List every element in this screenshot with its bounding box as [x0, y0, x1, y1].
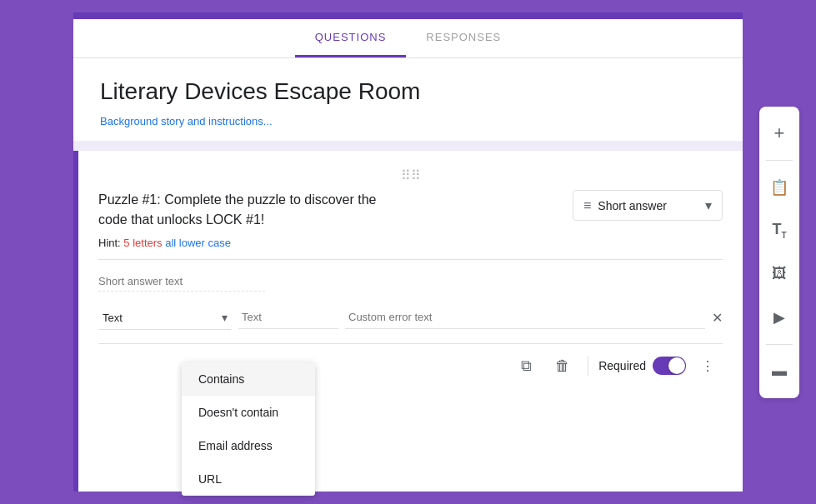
dropdown-item-email[interactable]: Email address — [182, 429, 315, 462]
main-container: QUESTIONS RESPONSES Literary Devices Esc… — [73, 12, 743, 492]
tab-responses[interactable]: RESPONSES — [406, 19, 521, 57]
delete-icon: 🗑 — [555, 357, 570, 375]
question-hint: Hint: 5 letters all lower case — [98, 237, 723, 260]
tab-questions[interactable]: QUESTIONS — [295, 19, 407, 57]
delete-button[interactable]: 🗑 — [548, 351, 578, 381]
add-icon: + — [774, 122, 785, 144]
description-link[interactable]: and instructions... — [188, 115, 273, 127]
video-button[interactable]: ▶ — [759, 297, 799, 337]
header-card: QUESTIONS RESPONSES Literary Devices Esc… — [73, 12, 743, 141]
copy-button[interactable]: ⧉ — [511, 351, 541, 381]
short-answer-icon: ≡ — [583, 198, 591, 213]
dropdown-menu: Contains Doesn't contain Email address U… — [182, 362, 315, 496]
validation-row: Text ▾ ✕ — [98, 305, 723, 330]
question-type-label: Short answer — [598, 199, 705, 212]
right-toolbar: + 📋 TT 🖼 ▶ ▬ — [759, 107, 799, 398]
tabs-bar: QUESTIONS RESPONSES — [73, 19, 743, 58]
dropdown-item-contains[interactable]: Contains — [182, 362, 315, 396]
required-label: Required — [598, 359, 646, 372]
import-button[interactable]: 📋 — [759, 167, 799, 207]
toolbar-divider-1 — [766, 160, 793, 161]
title-button[interactable]: TT — [759, 211, 799, 251]
footer-divider — [588, 356, 588, 376]
image-button[interactable]: 🖼 — [759, 254, 799, 294]
add-question-button[interactable]: + — [759, 113, 799, 153]
more-options-button[interactable]: ⋮ — [693, 351, 723, 381]
form-description: Background story and instructions... — [100, 115, 716, 127]
toggle-knob — [668, 357, 685, 374]
section-icon: ▬ — [772, 362, 787, 380]
form-title-section: Literary Devices Escape Room Background … — [73, 58, 743, 141]
hint-case: all lower case — [165, 237, 231, 249]
form-title: Literary Devices Escape Room — [100, 78, 716, 105]
copy-icon: ⧉ — [521, 357, 532, 375]
validation-close-icon[interactable]: ✕ — [712, 310, 723, 326]
hint-label: Hint: — [98, 237, 121, 249]
validation-value-input[interactable] — [238, 306, 338, 329]
question-title: Puzzle #1: Complete the puzzle to discov… — [98, 190, 559, 230]
video-icon: ▶ — [773, 308, 785, 327]
validation-type-select[interactable]: Text ▾ — [98, 305, 232, 330]
hint-count-text: 5 letters — [123, 237, 162, 249]
section-button[interactable]: ▬ — [759, 352, 799, 392]
required-section: Required — [598, 357, 686, 375]
dropdown-item-doesnt-contain[interactable]: Doesn't contain — [182, 396, 315, 429]
question-type-selector[interactable]: ≡ Short answer ▾ — [573, 190, 723, 221]
question-card: ⠿⠿ Puzzle #1: Complete the puzzle to dis… — [73, 151, 743, 492]
validation-type-label: Text — [103, 312, 222, 324]
import-icon: 📋 — [770, 178, 788, 197]
image-icon: 🖼 — [772, 265, 787, 282]
required-toggle[interactable] — [653, 357, 686, 375]
validation-type-arrow-icon: ▾ — [222, 311, 228, 324]
drag-handle[interactable]: ⠿⠿ — [98, 167, 723, 183]
more-icon: ⋮ — [701, 358, 714, 374]
dropdown-item-url[interactable]: URL — [182, 462, 315, 496]
question-header: Puzzle #1: Complete the puzzle to discov… — [98, 190, 723, 230]
toolbar-divider-2 — [766, 344, 793, 345]
title-text-icon: TT — [772, 221, 786, 240]
validation-error-input[interactable] — [345, 306, 705, 329]
short-answer-text-input[interactable] — [98, 275, 265, 292]
description-prefix: Background story — [100, 115, 188, 127]
question-type-arrow-icon: ▾ — [705, 197, 712, 213]
